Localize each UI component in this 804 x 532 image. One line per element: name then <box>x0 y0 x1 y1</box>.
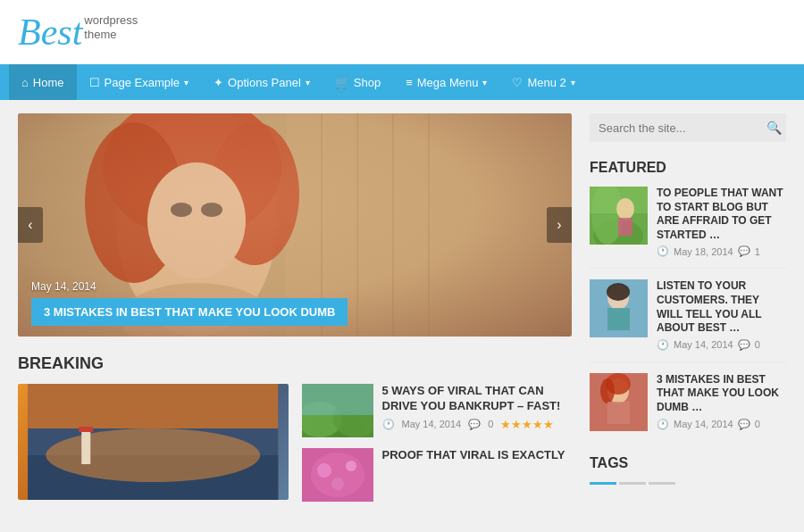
featured-meta-1: 🕐 May 18, 2014 💬 1 <box>657 245 786 257</box>
main-column: ‹ › May 14, 2014 3 MISTAKES IN BEST THAT… <box>18 113 572 502</box>
chevron-down-icon: ▾ <box>184 78 188 87</box>
site-header: Best wordpress theme <box>0 0 804 64</box>
breaking-item-meta-1: 🕐 May 14, 2014 💬 0 ★★★★★ <box>382 418 573 431</box>
breaking-thumb-2 <box>302 448 373 502</box>
featured-illustration-3 <box>590 373 648 431</box>
breaking-item-title-1[interactable]: 5 WAYS OF VIRAL THAT CAN DRIVE YOU BANKR… <box>382 384 573 414</box>
logo-tagline: wordpress theme <box>84 13 138 41</box>
breaking-thumb-1 <box>302 384 373 437</box>
svg-rect-20 <box>81 428 90 464</box>
breaking-large-illustration <box>18 384 289 500</box>
featured-item-text-3: 3 MISTAKES IN BEST THAT MAKE YOU LOOK DU… <box>657 373 786 431</box>
featured-illustration-2 <box>590 279 648 337</box>
svg-point-10 <box>210 122 299 265</box>
page-icon: ☐ <box>89 76 100 89</box>
options-icon: ✦ <box>214 76 223 89</box>
svg-rect-21 <box>79 427 93 432</box>
comment-icon: 💬 <box>738 339 750 351</box>
featured-thumb-3 <box>590 373 648 431</box>
chevron-down-icon: ▾ <box>306 78 310 87</box>
breaking-list: 5 WAYS OF VIRAL THAT CAN DRIVE YOU BANKR… <box>302 384 573 502</box>
svg-point-37 <box>616 198 634 220</box>
clock-icon: 🕐 <box>382 419 395 430</box>
svg-point-13 <box>201 203 222 217</box>
featured-item-1: TO PEOPLE THAT WANT TO START BLOG BUT AR… <box>590 187 786 269</box>
breaking-section: BREAKING <box>18 354 572 502</box>
home-icon: ⌂ <box>21 76 29 89</box>
featured-item-3: 3 MISTAKES IN BEST THAT MAKE YOU LOOK DU… <box>590 373 786 442</box>
featured-item-text-2: LISTEN TO YOUR CUSTOMERS. THEY WILL TELL… <box>657 279 786 350</box>
nav-item-menu2[interactable]: ♡ Menu 2 ▾ <box>499 64 587 100</box>
breaking-item-title-2[interactable]: PROOF THAT VIRAL IS EXACTLY <box>382 448 573 463</box>
featured-title-3[interactable]: 3 MISTAKES IN BEST THAT MAKE YOU LOOK DU… <box>657 373 786 415</box>
svg-rect-27 <box>302 384 373 415</box>
sidebar: 🔍 FEATURED TO PEOPL <box>590 113 786 502</box>
chevron-down-icon: ▾ <box>482 78 487 87</box>
thumb-illustration-1 <box>302 384 373 437</box>
search-button[interactable]: 🔍 <box>758 113 786 142</box>
featured-item-2: LISTEN TO YOUR CUSTOMERS. THEY WILL TELL… <box>590 279 786 362</box>
search-box: 🔍 <box>590 113 786 142</box>
content-wrapper: ‹ › May 14, 2014 3 MISTAKES IN BEST THAT… <box>0 100 804 515</box>
shop-icon: 🛒 <box>335 76 349 89</box>
svg-rect-47 <box>607 402 630 424</box>
slider-prev-button[interactable]: ‹ <box>18 207 43 243</box>
tags-divider <box>590 482 786 485</box>
breaking-grid: 5 WAYS OF VIRAL THAT CAN DRIVE YOU BANKR… <box>18 384 572 502</box>
tag-line-gray <box>619 482 646 485</box>
tags-section: Tags <box>590 455 786 485</box>
svg-point-42 <box>607 283 630 301</box>
svg-rect-38 <box>618 218 632 236</box>
featured-meta-2: 🕐 May 14, 2014 💬 0 <box>657 339 786 351</box>
hero-slider: ‹ › May 14, 2014 3 MISTAKES IN BEST THAT… <box>18 113 572 337</box>
heart-icon: ♡ <box>512 76 523 89</box>
breaking-large-item[interactable] <box>18 384 289 502</box>
svg-point-8 <box>103 113 281 238</box>
breaking-item: 5 WAYS OF VIRAL THAT CAN DRIVE YOU BANKR… <box>302 384 573 437</box>
nav-item-mega-menu[interactable]: ≡ Mega Menu ▾ <box>393 64 499 100</box>
svg-point-11 <box>147 162 246 278</box>
featured-item-text-1: TO PEOPLE THAT WANT TO START BLOG BUT AR… <box>657 187 786 257</box>
logo[interactable]: Best wordpress theme <box>18 13 138 51</box>
featured-meta-3: 🕐 May 14, 2014 💬 0 <box>657 419 786 430</box>
clock-icon: 🕐 <box>657 245 669 257</box>
clock-icon: 🕐 <box>657 339 669 351</box>
nav-item-home[interactable]: ⌂ Home <box>9 64 77 100</box>
breaking-item-2: PROOF THAT VIRAL IS EXACTLY <box>302 448 573 502</box>
tags-section-title: Tags <box>590 455 786 471</box>
svg-point-19 <box>46 428 260 482</box>
featured-illustration-1 <box>590 187 648 245</box>
clock-icon: 🕐 <box>657 419 669 430</box>
svg-point-9 <box>85 122 183 283</box>
hero-date: May 14, 2014 <box>31 280 558 293</box>
nav-item-page-example[interactable]: ☐ Page Example ▾ <box>77 64 202 100</box>
slider-next-button[interactable]: › <box>547 207 572 243</box>
breaking-item-text-1: 5 WAYS OF VIRAL THAT CAN DRIVE YOU BANKR… <box>382 384 573 437</box>
star-rating: ★★★★★ <box>500 418 554 431</box>
thumb-illustration-2 <box>302 448 373 502</box>
nav-item-options-panel[interactable]: ✦ Options Panel ▾ <box>201 64 322 100</box>
chevron-down-icon: ▾ <box>571 78 575 87</box>
logo-best-text: Best <box>18 13 82 51</box>
main-nav: ⌂ Home ☐ Page Example ▾ ✦ Options Panel … <box>0 64 804 100</box>
tag-line-gray-2 <box>649 482 675 485</box>
tag-line-blue <box>590 482 616 485</box>
featured-section: FEATURED TO PEOPLE THAT WANT TO START BL… <box>590 160 786 442</box>
comment-icon: 💬 <box>738 245 750 257</box>
featured-thumb-1 <box>590 187 648 245</box>
breaking-section-title: BREAKING <box>18 354 572 373</box>
comment-icon: 💬 <box>738 419 750 430</box>
svg-point-30 <box>317 463 331 478</box>
nav-item-shop[interactable]: 🛒 Shop <box>322 64 393 100</box>
search-input[interactable] <box>590 113 758 142</box>
featured-section-title: FEATURED <box>590 160 786 176</box>
svg-point-46 <box>600 378 615 403</box>
featured-thumb-2 <box>590 279 648 337</box>
svg-point-32 <box>331 478 344 490</box>
hero-title[interactable]: 3 MISTAKES IN BEST THAT MAKE YOU LOOK DU… <box>31 298 348 326</box>
featured-title-2[interactable]: LISTEN TO YOUR CUSTOMERS. THEY WILL TELL… <box>657 279 786 335</box>
breaking-item-text-2: PROOF THAT VIRAL IS EXACTLY <box>382 448 573 502</box>
featured-title-1[interactable]: TO PEOPLE THAT WANT TO START BLOG BUT AR… <box>657 187 786 242</box>
menu-icon: ≡ <box>406 76 413 89</box>
comment-icon: 💬 <box>468 419 481 430</box>
